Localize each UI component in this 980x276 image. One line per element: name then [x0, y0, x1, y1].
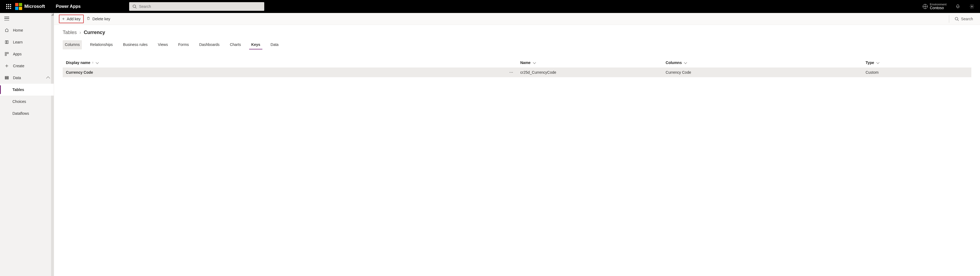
sidebar-item-label: Dataflows — [13, 111, 29, 116]
microsoft-logo-icon — [15, 3, 22, 10]
column-header-label: Name — [520, 60, 530, 65]
search-icon — [132, 4, 137, 9]
tab-columns[interactable]: Columns — [63, 40, 82, 49]
book-icon — [4, 40, 9, 44]
gear-icon — [969, 4, 974, 9]
sidebar-item-label: Learn — [13, 40, 23, 44]
tab-relationships[interactable]: Relationships — [88, 40, 115, 49]
sidebar-item-choices[interactable]: Choices — [0, 95, 54, 108]
plus-icon — [4, 63, 9, 68]
chevron-down-icon — [533, 61, 536, 64]
app-launcher-button[interactable] — [2, 0, 15, 13]
globe-icon — [923, 4, 928, 9]
tab-label: Columns — [65, 43, 80, 47]
brand-text: Microsoft — [24, 4, 45, 9]
trash-icon — [86, 16, 90, 21]
column-header-label: Columns — [666, 60, 682, 65]
row-more-button[interactable]: ⋯ — [480, 68, 517, 77]
hamburger-icon — [4, 17, 9, 21]
tab-label: Relationships — [90, 43, 113, 47]
settings-button[interactable] — [966, 0, 978, 13]
sidebar-item-learn[interactable]: Learn — [0, 36, 54, 48]
chevron-down-icon — [96, 61, 99, 64]
column-header-label: Display name — [66, 60, 90, 65]
svg-rect-9 — [5, 78, 8, 78]
sidebar-item-tables[interactable]: Tables — [0, 84, 54, 95]
tab-label: Dashboards — [199, 43, 220, 47]
home-icon — [4, 28, 9, 33]
sidebar-item-data[interactable]: Data — [0, 72, 54, 84]
sort-ascending-icon: ↑ — [92, 61, 94, 65]
waffle-icon — [6, 4, 11, 9]
microsoft-logo: Microsoft — [15, 3, 45, 10]
add-key-button[interactable]: + Add key — [59, 14, 84, 23]
environment-name: Contoso — [930, 6, 947, 10]
bell-icon — [955, 4, 960, 9]
tab-label: Data — [270, 43, 278, 47]
svg-point-2 — [971, 6, 973, 7]
scroll-up-icon — [51, 13, 54, 16]
table-tabs: Columns Relationships Business rules Vie… — [63, 40, 971, 50]
delete-key-button[interactable]: Delete key — [84, 14, 113, 23]
row-name: cr25d_CurrencyCode — [517, 68, 662, 77]
apps-icon — [4, 52, 9, 56]
svg-rect-3 — [5, 52, 6, 54]
sidebar-scrollbar[interactable] — [51, 13, 54, 276]
row-display-name: Currency Code — [66, 70, 93, 75]
chevron-right-icon: › — [80, 30, 81, 35]
sidebar-item-dataflows[interactable]: Dataflows — [0, 108, 54, 119]
local-search-label: Search — [961, 17, 973, 21]
tab-label: Charts — [230, 43, 241, 47]
delete-key-label: Delete key — [92, 17, 110, 21]
tab-forms[interactable]: Forms — [176, 40, 191, 49]
tab-label: Business rules — [123, 43, 148, 47]
sidebar: Home Learn Apps Create Data — [0, 13, 54, 276]
global-search[interactable] — [129, 2, 264, 11]
sidebar-toggle-button[interactable] — [0, 13, 54, 24]
table-row[interactable]: Currency Code ⋯ cr25d_CurrencyCode Curre… — [63, 68, 971, 77]
column-header-label: Type — [865, 60, 874, 65]
main-area: + Add key Delete key Search — [54, 13, 980, 276]
tab-views[interactable]: Views — [156, 40, 170, 49]
column-header-type[interactable]: Type — [865, 60, 968, 65]
global-search-input[interactable] — [139, 4, 261, 9]
app-name: Power Apps — [56, 4, 81, 9]
sidebar-item-home[interactable]: Home — [0, 24, 54, 36]
sidebar-item-label: Choices — [13, 99, 26, 104]
row-type: Custom — [862, 68, 971, 77]
environment-picker[interactable]: Environment Contoso — [920, 3, 950, 10]
breadcrumb-parent[interactable]: Tables — [63, 30, 77, 35]
column-header-columns[interactable]: Columns — [666, 60, 859, 65]
tab-keys[interactable]: Keys — [249, 40, 262, 49]
tab-data[interactable]: Data — [268, 40, 281, 49]
sidebar-item-label: Create — [13, 64, 24, 68]
svg-rect-5 — [5, 54, 6, 56]
tab-business-rules[interactable]: Business rules — [121, 40, 150, 49]
divider — [949, 15, 949, 23]
add-key-label: Add key — [67, 17, 81, 21]
svg-rect-4 — [7, 52, 8, 54]
svg-point-11 — [955, 17, 958, 20]
data-icon — [4, 75, 9, 80]
app-header: Microsoft Power Apps Environment Contoso — [0, 0, 980, 13]
sidebar-item-create[interactable]: Create — [0, 60, 54, 72]
tab-label: Forms — [178, 43, 189, 47]
row-columns: Currency Code — [662, 68, 862, 77]
svg-line-12 — [958, 20, 959, 21]
sidebar-item-label: Home — [13, 28, 23, 32]
svg-rect-10 — [5, 79, 8, 79]
more-icon: ⋯ — [509, 70, 514, 75]
local-search[interactable]: Search — [953, 17, 975, 21]
notifications-button[interactable] — [952, 0, 964, 13]
chevron-down-icon — [684, 61, 687, 64]
column-header-display-name[interactable]: Display name ↑ — [66, 60, 514, 65]
plus-icon: + — [62, 17, 65, 21]
sidebar-item-apps[interactable]: Apps — [0, 48, 54, 60]
search-icon — [955, 17, 959, 21]
tab-charts[interactable]: Charts — [228, 40, 243, 49]
keys-table: Display name ↑ Name — [63, 58, 971, 77]
tab-dashboards[interactable]: Dashboards — [197, 40, 222, 49]
command-bar: + Add key Delete key Search — [54, 13, 980, 25]
svg-point-0 — [133, 5, 136, 8]
column-header-name[interactable]: Name — [520, 60, 659, 65]
